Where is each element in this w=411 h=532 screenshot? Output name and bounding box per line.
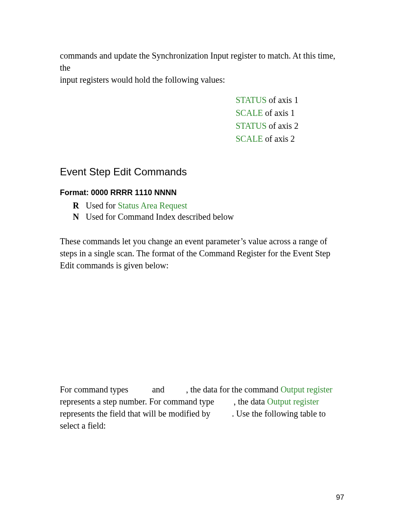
- def-text-n: Used for Command Index described below: [86, 211, 234, 222]
- register-list: STATUS of axis 1 SCALE of axis 1 STATUS …: [236, 93, 344, 145]
- command-types-paragraph: For command types and , the data for the…: [60, 383, 344, 432]
- register-text: of axis 1: [263, 108, 295, 118]
- page-number: 97: [336, 493, 344, 502]
- intro-paragraph: commands and update the Synchronization …: [60, 50, 344, 86]
- output-register-link[interactable]: Output register: [280, 385, 333, 394]
- p2-t5: , the data: [234, 397, 267, 406]
- register-text: of axis 1: [267, 95, 299, 105]
- def-letter-r: R: [73, 200, 86, 211]
- p2-t2: and: [152, 385, 165, 394]
- register-text: of axis 2: [267, 121, 299, 131]
- intro-line-1: commands and update the Synchronization …: [60, 51, 335, 72]
- p2-gap2: [165, 385, 186, 394]
- intro-line-2: input registers would hold the following…: [60, 75, 225, 84]
- def-text-r: Used for Status Area Request: [86, 200, 187, 211]
- definition-row-r: R Used for Status Area Request: [73, 200, 344, 211]
- def-r-pre: Used for: [86, 201, 118, 210]
- p2-t1: For command types: [60, 385, 131, 394]
- p2-gap1: [131, 385, 152, 394]
- p2-gap3: [216, 397, 234, 406]
- definition-list: R Used for Status Area Request N Used fo…: [73, 200, 344, 222]
- p2-t3: , the data for the command: [186, 385, 280, 394]
- section-heading: Event Step Edit Commands: [60, 166, 344, 178]
- status-link[interactable]: STATUS: [236, 121, 267, 131]
- def-letter-n: N: [73, 211, 86, 222]
- definition-row-n: N Used for Command Index described below: [73, 211, 344, 222]
- register-row: STATUS of axis 2: [236, 119, 344, 132]
- p2-t4: represents a step number. For command ty…: [60, 397, 216, 406]
- register-row: STATUS of axis 1: [236, 93, 344, 106]
- register-row: SCALE of axis 1: [236, 106, 344, 119]
- format-heading: Format: 0000 RRRR 1110 NNNN: [60, 188, 344, 197]
- status-area-request-link[interactable]: Status Area Request: [118, 201, 187, 210]
- scale-link[interactable]: SCALE: [236, 108, 263, 118]
- p2-t6: represents the field that will be modifi…: [60, 409, 212, 418]
- scale-link[interactable]: SCALE: [236, 134, 263, 143]
- register-row: SCALE of axis 2: [236, 132, 344, 145]
- register-text: of axis 2: [263, 134, 295, 143]
- output-register-link[interactable]: Output register: [267, 397, 319, 406]
- description-paragraph: These commands let you change an event p…: [60, 235, 344, 271]
- p2-gap4: [212, 409, 232, 418]
- page: commands and update the Synchronization …: [0, 0, 411, 532]
- status-link[interactable]: STATUS: [236, 95, 267, 105]
